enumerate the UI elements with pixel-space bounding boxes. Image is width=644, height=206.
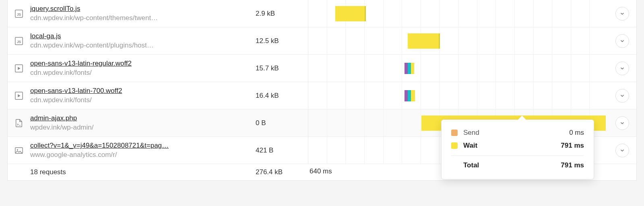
chevron-down-icon xyxy=(619,120,625,126)
timing-bar[interactable] xyxy=(405,63,408,74)
php-icon xyxy=(8,119,30,128)
tooltip-row: Wait791 ms xyxy=(451,139,584,152)
request-name[interactable]: jquery.scrollTo.js xyxy=(30,4,252,13)
expand-button[interactable] xyxy=(615,7,629,21)
request-size: 12.5 kB xyxy=(256,37,308,45)
chevron-down-icon xyxy=(619,93,625,99)
request-name[interactable]: open-sans-v13-latin-regular.woff2 xyxy=(30,59,252,68)
request-path: wpdev.ink/wp-admin/ xyxy=(30,123,252,132)
request-size: 15.7 kB xyxy=(256,64,308,72)
font-icon xyxy=(8,64,30,73)
request-path: cdn.wpdev.ink/wp-content/themes/twent… xyxy=(30,14,252,23)
timing-bar[interactable] xyxy=(335,6,366,21)
timing-bar[interactable] xyxy=(405,90,408,101)
timing-bar[interactable] xyxy=(411,90,415,101)
waterfall-cell xyxy=(308,55,608,82)
waterfall-cell xyxy=(308,0,608,27)
tooltip-total-value: 791 ms xyxy=(561,161,584,169)
expand-button[interactable] xyxy=(615,62,629,75)
chevron-down-icon xyxy=(619,11,625,16)
request-size: 2.9 kB xyxy=(256,10,308,18)
timing-bar[interactable] xyxy=(408,90,411,101)
expand-button[interactable] xyxy=(615,116,629,130)
request-row[interactable]: JSjquery.scrollTo.jscdn.wpdev.ink/wp-con… xyxy=(8,0,636,27)
expand-button[interactable] xyxy=(615,34,629,48)
img-icon xyxy=(8,146,30,155)
request-row[interactable]: open-sans-v13-latin-700.woff2cdn.wpdev.i… xyxy=(8,82,636,109)
request-size: 0 B xyxy=(256,119,308,127)
expand-button[interactable] xyxy=(615,144,629,157)
request-path: cdn.wpdev.ink/wp-content/plugins/host… xyxy=(30,41,252,50)
request-name[interactable]: local-ga.js xyxy=(30,32,252,41)
request-name[interactable]: open-sans-v13-latin-700.woff2 xyxy=(30,87,252,95)
request-row[interactable]: open-sans-v13-latin-regular.woff2cdn.wpd… xyxy=(8,55,636,82)
waterfall-cell xyxy=(308,82,608,109)
waterfall-cell xyxy=(308,27,608,54)
svg-text:JS: JS xyxy=(17,12,21,16)
tooltip-value: 791 ms xyxy=(561,142,584,150)
total-size: 276.4 kB xyxy=(256,168,308,176)
color-swatch xyxy=(451,130,458,136)
color-swatch xyxy=(451,142,458,149)
svg-marker-5 xyxy=(18,67,20,70)
js-icon: JS xyxy=(8,37,30,45)
timing-tooltip: Send0 msWait791 ms Total 791 ms xyxy=(441,119,594,179)
request-size: 421 B xyxy=(256,146,308,154)
tooltip-value: 0 ms xyxy=(569,129,584,137)
request-row[interactable]: JSlocal-ga.jscdn.wpdev.ink/wp-content/pl… xyxy=(8,27,636,55)
request-name[interactable]: admin-ajax.php xyxy=(30,114,252,123)
js-icon: JS xyxy=(8,9,30,18)
request-name[interactable]: collect?v=1&_v=j49&a=1502808721&t=pag… xyxy=(30,141,252,150)
tooltip-row: Send0 ms xyxy=(451,126,584,139)
tooltip-label: Send xyxy=(463,129,569,137)
timing-bar[interactable] xyxy=(411,63,414,74)
font-icon xyxy=(8,91,30,100)
svg-point-9 xyxy=(17,149,18,150)
request-path: cdn.wpdev.ink/fonts/ xyxy=(30,96,252,105)
request-path: www.google-analytics.com/r/ xyxy=(30,150,252,159)
tooltip-total-label: Total xyxy=(463,161,561,169)
timing-bar[interactable] xyxy=(408,63,411,74)
expand-button[interactable] xyxy=(615,89,629,103)
chevron-down-icon xyxy=(619,148,625,153)
svg-marker-7 xyxy=(18,94,20,97)
chevron-down-icon xyxy=(619,66,625,71)
chevron-down-icon xyxy=(619,38,625,44)
time-marker: 640 ms xyxy=(310,167,332,175)
network-waterfall-panel: JSjquery.scrollTo.jscdn.wpdev.ink/wp-con… xyxy=(7,0,637,181)
timing-bar[interactable] xyxy=(408,33,440,49)
tooltip-label: Wait xyxy=(463,142,561,150)
request-path: cdn.wpdev.ink/fonts/ xyxy=(30,68,252,77)
request-size: 16.4 kB xyxy=(256,92,308,100)
total-requests: 18 requests xyxy=(30,168,256,176)
svg-text:JS: JS xyxy=(17,40,21,43)
